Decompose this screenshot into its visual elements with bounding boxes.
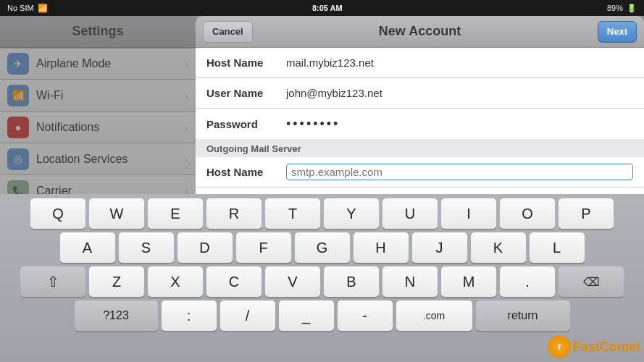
fastcomet-accent: Comet (600, 340, 640, 354)
key-u[interactable]: U (382, 198, 438, 229)
key-/[interactable]: / (220, 300, 275, 331)
battery-icon: 🔋 (627, 4, 637, 13)
key-y[interactable]: Y (324, 198, 379, 229)
status-bar: No SIM 📶 8:05 AM 89% 🔋 (0, 0, 644, 16)
key-.[interactable]: . (500, 266, 555, 297)
incoming-password-label: Password (206, 118, 286, 130)
incoming-hostname-label: Host Name (206, 56, 286, 69)
key-j[interactable]: J (412, 232, 467, 263)
backspace-key[interactable]: ⌫ (559, 266, 624, 297)
keyboard-row-1: ASDFGHJKL (3, 232, 641, 263)
keyboard-rows: QWERTYUIOPASDFGHJKL⇧ZXCVBNM.⌫?123:/_-.co… (0, 194, 644, 334)
form-row-incoming-hostname: Host Namemail.mybiz123.net (196, 48, 644, 78)
key-g[interactable]: G (295, 232, 350, 263)
key-w[interactable]: W (89, 198, 144, 229)
form-row-incoming-password: Password•••••••• (196, 109, 644, 139)
fastcomet-badge: f FastComet (548, 335, 640, 358)
key-o[interactable]: O (500, 198, 555, 229)
key-:[interactable]: : (162, 300, 217, 331)
incoming-password-value: •••••••• (286, 117, 340, 132)
fastcomet-text: FastComet (573, 340, 640, 355)
key-i[interactable]: I (441, 198, 496, 229)
key-v[interactable]: V (265, 266, 320, 297)
incoming-username-label: User Name (206, 87, 286, 99)
key-a[interactable]: A (60, 232, 115, 263)
key-l[interactable]: L (530, 232, 585, 263)
status-time: 8:05 AM (312, 4, 343, 12)
outgoing-hostname-input[interactable] (286, 164, 633, 180)
key-r[interactable]: R (206, 198, 262, 229)
cancel-button[interactable]: Cancel (203, 21, 253, 43)
dialog-title: New Account (379, 24, 461, 39)
key-k[interactable]: K (471, 232, 526, 263)
num-key[interactable]: ?123 (75, 300, 158, 331)
key-z[interactable]: Z (89, 266, 144, 297)
fastcomet-logo: f (548, 335, 571, 358)
incoming-hostname-value[interactable]: mail.mybiz123.net (286, 56, 633, 69)
outgoing-hostname-label: Host Name (206, 166, 286, 178)
key-s[interactable]: S (119, 232, 174, 263)
key-m[interactable]: M (441, 266, 496, 297)
outgoing-section-header: Outgoing Mail Server (196, 139, 644, 157)
status-bar-left: No SIM 📶 (7, 4, 48, 13)
key-c[interactable]: C (206, 266, 262, 297)
key-f[interactable]: F (236, 232, 291, 263)
key-p[interactable]: P (559, 198, 614, 229)
wifi-icon: 📶 (38, 4, 48, 13)
form-row-incoming-username: User Namejohn@mybiz123.net (196, 78, 644, 109)
_-key[interactable]: _ (279, 300, 334, 331)
dotcom-key[interactable]: .com (396, 300, 472, 331)
fastcomet-brand: Fast (573, 340, 600, 354)
form-row-outgoing-hostname: Host Name (196, 157, 644, 188)
carrier-label: No SIM (7, 4, 34, 12)
key-q[interactable]: Q (30, 198, 85, 229)
shift-key[interactable]: ⇧ (20, 266, 85, 297)
key-t[interactable]: T (265, 198, 320, 229)
fastcomet-logo-text: f (558, 342, 561, 351)
next-button[interactable]: Next (598, 21, 637, 43)
new-account-dialog: Cancel New Account Next Host Namemail.my… (196, 16, 644, 203)
key-d[interactable]: D (177, 232, 233, 263)
battery-label: 89% (607, 4, 623, 12)
key-h[interactable]: H (354, 232, 409, 263)
status-bar-right: 89% 🔋 (607, 4, 637, 13)
incoming-username-value[interactable]: john@mybiz123.net (286, 87, 633, 99)
dialog-titlebar: Cancel New Account Next (196, 16, 644, 48)
keyboard-row-2: ⇧ZXCVBNM.⌫ (3, 266, 641, 297)
incoming-fields: Host Namemail.mybiz123.netUser Namejohn@… (196, 48, 644, 139)
keyboard-row-3: ?123:/_-.comreturn (3, 300, 641, 331)
key-n[interactable]: N (382, 266, 438, 297)
--key[interactable]: - (338, 300, 393, 331)
key-e[interactable]: E (148, 198, 203, 229)
key-b[interactable]: B (324, 266, 379, 297)
keyboard-row-0: QWERTYUIOP (3, 198, 641, 229)
key-x[interactable]: X (148, 266, 203, 297)
return-key[interactable]: return (476, 300, 570, 331)
